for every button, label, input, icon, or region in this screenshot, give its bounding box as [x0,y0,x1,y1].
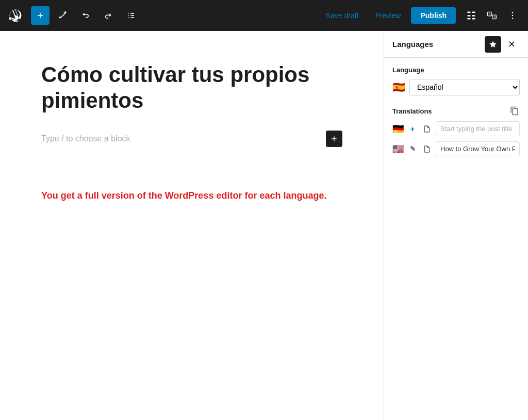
german-translation-input[interactable] [436,121,520,136]
svg-text:文: 文 [493,15,496,19]
save-draft-button[interactable]: Save draft [320,7,365,24]
language-flag: 🇪🇸 [392,81,405,93]
redo-button[interactable] [99,6,118,25]
svg-point-6 [512,15,514,17]
svg-point-7 [512,18,514,20]
translation-row-de: 🇩🇪 + [392,121,520,136]
post-title[interactable]: Cómo cultivar tus propios pimientos [41,62,342,114]
wp-logo[interactable] [6,6,25,25]
block-placeholder-text: Type / to choose a block [41,134,130,143]
translations-section-label: Translations [392,107,432,115]
language-select[interactable]: Español English Deutsch Français [409,79,520,95]
copy-translations-icon[interactable] [509,106,520,116]
close-panel-button[interactable]: ✕ [503,36,520,53]
add-block-toolbar-button[interactable] [31,6,50,25]
english-translation-input[interactable] [436,141,520,156]
main-layout: Cómo cultivar tus propios pimientos Type… [0,31,528,420]
panel-header-icons: ✕ [485,36,520,53]
list-view-button[interactable] [122,6,140,25]
translate-icon-button[interactable]: A 文 [483,6,501,25]
editor-area: Cómo cultivar tus propios pimientos Type… [0,31,384,420]
english-flag: 🇺🇸 [392,143,404,155]
publish-button[interactable]: Publish [411,7,456,24]
panel-header: Languages ✕ [384,31,528,58]
layout-toggle-button[interactable] [462,6,481,25]
languages-panel: Languages ✕ Language 🇪🇸 Español English … [384,31,528,420]
undo-button[interactable] [76,6,95,25]
german-translation-doc-icon[interactable] [421,123,433,135]
svg-text:A: A [489,12,491,15]
more-options-button[interactable] [503,6,522,25]
toolbar-right-icons: A 文 [462,6,522,25]
toolbar: Save draft Preview Publish A 文 [0,0,528,31]
svg-point-5 [512,12,514,13]
panel-title: Languages [392,40,433,49]
edit-english-translation-button[interactable]: ✎ [407,143,418,155]
english-translation-doc-icon[interactable] [421,143,433,155]
preview-button[interactable]: Preview [369,7,407,24]
add-german-translation-button[interactable]: + [407,123,418,135]
editor-message: You get a full version of the WordPress … [41,190,342,201]
block-placeholder-row: Type / to choose a block [41,128,342,149]
language-section-label: Language [392,66,520,74]
star-button[interactable] [485,36,501,53]
add-block-inline-button[interactable] [326,131,342,147]
edit-icon-button[interactable] [54,6,72,25]
panel-body: Language 🇪🇸 Español English Deutsch Fran… [384,58,528,420]
translations-header: Translations [392,106,520,116]
german-flag: 🇩🇪 [392,123,404,135]
language-row: 🇪🇸 Español English Deutsch Français [392,79,520,95]
translation-row-en: 🇺🇸 ✎ [392,141,520,156]
